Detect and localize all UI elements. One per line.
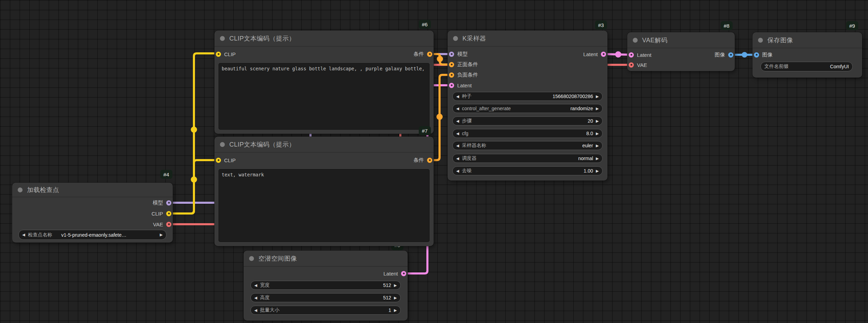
link-dot: [191, 176, 197, 183]
output-slot-vae[interactable]: VAE: [153, 220, 171, 228]
model-port-icon[interactable]: [166, 200, 171, 206]
clip-port-icon[interactable]: [166, 211, 171, 216]
input-slot-model[interactable]: 模型: [449, 50, 468, 58]
decrement-arrow-icon[interactable]: ◀: [254, 283, 257, 287]
conditioning-port-icon[interactable]: [427, 52, 432, 57]
latent-port-icon[interactable]: [401, 271, 406, 276]
filename-prefix-widget[interactable]: 文件名前缀 ComfyUI: [760, 62, 853, 71]
increment-arrow-icon[interactable]: ▶: [394, 283, 397, 287]
decrement-arrow-icon[interactable]: ◀: [456, 119, 459, 123]
collapse-dot-icon[interactable]: [453, 36, 458, 41]
collapse-dot-icon[interactable]: [220, 36, 225, 41]
increment-arrow-icon[interactable]: ▶: [596, 144, 599, 148]
latent-port-icon[interactable]: [449, 83, 454, 88]
slot-label: Latent: [457, 82, 472, 88]
image-port-icon[interactable]: [754, 52, 759, 58]
denoise-widget[interactable]: ◀ 去噪 1.00 ▶: [452, 166, 603, 175]
input-slot-clip[interactable]: CLIP: [216, 156, 236, 164]
increment-arrow-icon[interactable]: ▶: [160, 233, 163, 237]
batch-size-widget[interactable]: ◀ 批量大小 1 ▶: [250, 306, 401, 315]
decrement-arrow-icon[interactable]: ◀: [254, 296, 257, 300]
node-clip-text-encode-negative[interactable]: CLIP文本编码（提示） CLIP 条件 text, watermark: [214, 137, 434, 246]
seed-widget[interactable]: ◀ 种子 156680208700286 ▶: [452, 92, 603, 101]
output-slot-conditioning[interactable]: 条件: [414, 50, 432, 58]
latent-port-icon[interactable]: [601, 52, 606, 57]
conditioning-port-icon[interactable]: [449, 72, 454, 78]
decrement-arrow-icon[interactable]: ◀: [456, 144, 459, 148]
collapse-dot-icon[interactable]: [758, 38, 763, 43]
graph-canvas[interactable]: #5 #4 加载检查点 模型 CLIP VAE ◀ 检查点名称 v1-5-pru…: [0, 0, 868, 323]
clip-port-icon[interactable]: [216, 158, 221, 163]
decrement-arrow-icon[interactable]: ◀: [456, 169, 459, 173]
model-port-icon[interactable]: [449, 52, 454, 57]
increment-arrow-icon[interactable]: ▶: [394, 296, 397, 300]
input-slot-image[interactable]: 图像: [754, 51, 773, 59]
node-title-bar[interactable]: CLIP文本编码（提示）: [214, 30, 434, 46]
node-title-bar[interactable]: 保存图像: [752, 32, 862, 48]
increment-arrow-icon[interactable]: ▶: [596, 169, 599, 173]
widget-label: 检查点名称: [28, 232, 52, 238]
increment-arrow-icon[interactable]: ▶: [596, 95, 599, 98]
conditioning-port-icon[interactable]: [427, 158, 432, 163]
decrement-arrow-icon[interactable]: ◀: [254, 308, 257, 312]
node-title-bar[interactable]: 加载检查点: [12, 183, 173, 197]
vae-port-icon[interactable]: [629, 62, 634, 68]
output-slot-conditioning[interactable]: 条件: [414, 156, 432, 164]
slot-label: 正面条件: [457, 61, 478, 68]
increment-arrow-icon[interactable]: ▶: [394, 308, 397, 312]
collapse-dot-icon[interactable]: [220, 142, 225, 147]
slot-label: CLIP: [152, 211, 163, 217]
sampler-name-widget[interactable]: ◀ 采样器名称 euler ▶: [452, 141, 603, 150]
widget-value: euler: [582, 143, 593, 148]
decrement-arrow-icon[interactable]: ◀: [456, 107, 459, 111]
positive-prompt-textarea[interactable]: beautiful scenery nature glass bottle la…: [219, 63, 429, 130]
negative-prompt-textarea[interactable]: text, watermark: [219, 169, 429, 242]
input-slot-latent[interactable]: Latent: [449, 81, 472, 89]
scheduler-widget[interactable]: ◀ 调度器 normal ▶: [452, 154, 603, 163]
node-clip-text-encode-positive[interactable]: CLIP文本编码（提示） CLIP 条件 beautiful scenery n…: [214, 30, 434, 134]
decrement-arrow-icon[interactable]: ◀: [456, 132, 459, 136]
slot-label: Latent: [637, 52, 652, 58]
increment-arrow-icon[interactable]: ▶: [596, 107, 599, 111]
decrement-arrow-icon[interactable]: ◀: [456, 157, 459, 160]
cfg-widget[interactable]: ◀ cfg 8.0 ▶: [452, 129, 603, 138]
ckpt-name-widget[interactable]: ◀ 检查点名称 v1-5-pruned-emaonly.safete… ▶: [18, 230, 167, 240]
output-slot-clip[interactable]: CLIP: [152, 210, 171, 217]
output-slot-latent[interactable]: Latent: [583, 50, 606, 58]
steps-widget[interactable]: ◀ 步骤 20 ▶: [452, 116, 603, 125]
increment-arrow-icon[interactable]: ▶: [596, 157, 599, 160]
input-slot-latent[interactable]: Latent: [629, 51, 652, 59]
node-title-bar[interactable]: K采样器: [448, 30, 607, 46]
output-slot-image[interactable]: 图像: [715, 51, 733, 59]
output-slot-latent[interactable]: Latent: [383, 270, 406, 277]
widget-value: 20: [588, 118, 593, 124]
clip-port-icon[interactable]: [216, 52, 221, 57]
collapse-dot-icon[interactable]: [633, 38, 638, 43]
conditioning-port-icon[interactable]: [449, 62, 454, 67]
node-ksampler[interactable]: K采样器 模型 正面条件 负面条件 Latent Latent ◀ 种子 156…: [448, 30, 607, 181]
height-widget[interactable]: ◀ 高度 512 ▶: [250, 293, 401, 302]
collapse-dot-icon[interactable]: [249, 256, 254, 261]
image-port-icon[interactable]: [728, 52, 733, 58]
increment-arrow-icon[interactable]: ▶: [596, 132, 599, 136]
node-title-bar[interactable]: CLIP文本编码（提示）: [214, 137, 434, 152]
increment-arrow-icon[interactable]: ▶: [596, 119, 599, 123]
control-after-generate-widget[interactable]: ◀ control_after_generate randomize ▶: [452, 104, 603, 113]
node-vae-decode[interactable]: VAE解码 Latent VAE 图像: [627, 32, 735, 71]
decrement-arrow-icon[interactable]: ◀: [456, 95, 459, 98]
latent-port-icon[interactable]: [629, 52, 634, 58]
node-empty-latent-image[interactable]: 空潜空间图像 Latent ◀ 宽度 512 ▶ ◀ 高度 512 ▶ ◀ 批量…: [244, 251, 408, 321]
input-slot-negative[interactable]: 负面条件: [449, 71, 478, 79]
output-slot-model[interactable]: 模型: [153, 199, 171, 207]
input-slot-vae[interactable]: VAE: [629, 61, 647, 69]
node-title-bar[interactable]: 空潜空间图像: [244, 251, 408, 267]
decrement-arrow-icon[interactable]: ◀: [22, 233, 25, 237]
node-save-image[interactable]: 保存图像 图像 文件名前缀 ComfyUI: [752, 32, 862, 78]
collapse-dot-icon[interactable]: [18, 187, 23, 192]
node-load-checkpoint[interactable]: 加载检查点 模型 CLIP VAE ◀ 检查点名称 v1-5-pruned-em…: [12, 183, 173, 243]
node-title-bar[interactable]: VAE解码: [627, 32, 735, 48]
width-widget[interactable]: ◀ 宽度 512 ▶: [250, 281, 401, 290]
input-slot-clip[interactable]: CLIP: [216, 50, 236, 58]
input-slot-positive[interactable]: 正面条件: [449, 61, 478, 68]
vae-port-icon[interactable]: [166, 222, 171, 227]
